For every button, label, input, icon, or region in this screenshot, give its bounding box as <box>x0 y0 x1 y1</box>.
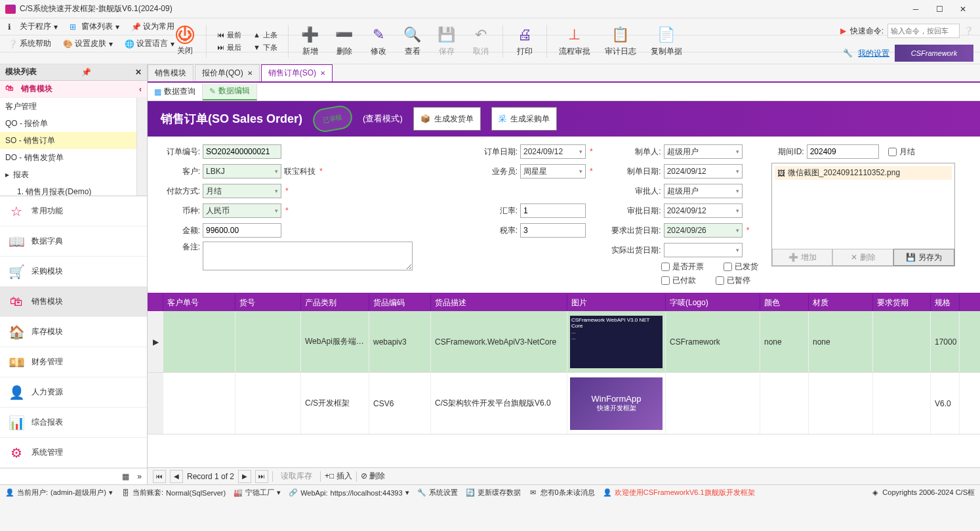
amount-input[interactable] <box>203 223 281 238</box>
first-record-button[interactable]: ⏮ 最前 <box>217 30 241 40</box>
actual-ship-input[interactable]: ▾ <box>664 243 743 257</box>
active-module-header[interactable]: 🛍 销售模块 ‹ <box>0 81 147 98</box>
last-record-button[interactable]: ⏭ 最后 <box>217 43 241 53</box>
approve-button[interactable]: ⊥流程审批 <box>554 22 596 60</box>
stamp-icon: ⊥ <box>565 25 584 45</box>
pin-icon[interactable]: 📌 <box>81 68 91 77</box>
monthly-checkbox[interactable]: 月结 <box>888 146 915 158</box>
my-settings-link[interactable]: 我的设置 <box>858 48 889 59</box>
attach-saveas-button[interactable]: 💾 另存为 <box>893 249 954 266</box>
module-button[interactable]: 👤人力资源 <box>0 377 147 408</box>
module-button[interactable]: ☆常用功能 <box>0 196 147 226</box>
tree-item[interactable]: DO - 销售发货单 <box>0 149 147 166</box>
messages-button[interactable]: ✉您有0条未读消息 <box>529 488 595 498</box>
module-button[interactable]: 💴财务管理 <box>0 347 147 377</box>
req-ship-input[interactable]: 2024/09/26▾ <box>664 223 743 238</box>
form-title: 销售订单(SO Sales Order) <box>161 111 302 127</box>
order-no-input[interactable] <box>203 144 281 159</box>
tree-scrollbar[interactable] <box>136 98 147 196</box>
close-button[interactable]: ⏻关闭 <box>171 23 199 59</box>
view-button[interactable]: 🔍查看 <box>398 22 428 60</box>
module-button[interactable]: 📖数据字典 <box>0 226 147 257</box>
sys-settings-button[interactable]: 🔧系统设置 <box>417 488 458 498</box>
attach-add-button[interactable]: ➕ 增加 <box>772 249 833 266</box>
next-record-button[interactable]: ▼ 下条 <box>253 43 277 53</box>
document-tab[interactable]: 销售订单(SO)✕ <box>261 64 333 81</box>
currency-select[interactable]: 人民币▾ <box>203 203 281 218</box>
copy-button[interactable]: 📄复制单据 <box>645 22 687 60</box>
subtab-edit[interactable]: ✎数据编辑 <box>203 83 257 100</box>
youtube-icon[interactable]: ▶ <box>840 26 846 35</box>
create-date-input[interactable]: 2024/09/12▾ <box>664 164 743 179</box>
form-header: 销售订单(SO Sales Order) 已审核 (查看模式) 📦生成发货单 采… <box>148 101 980 137</box>
delete-row-button[interactable]: ⊘ 删除 <box>361 471 385 482</box>
grid-row[interactable]: C/S开发框架CSV6C/S架构软件开发平台旗舰版V6.0WinFormApp快… <box>148 373 980 435</box>
nav-prev-button[interactable]: ◀ <box>170 470 183 483</box>
module-button[interactable]: ⚙系统管理 <box>0 438 147 468</box>
shipped-checkbox[interactable]: 已发货 <box>724 261 758 272</box>
paid-checkbox[interactable]: 已付款 <box>661 275 696 286</box>
insert-row-button[interactable]: +□ 插入 <box>325 471 352 482</box>
grid-row[interactable]: ▶WebApi服务端…webapiv3CSFramework.WebApiV3-… <box>148 311 980 373</box>
attachment-item[interactable]: 🖼微信截图_20240912110352.png <box>775 166 952 180</box>
document-tab[interactable]: 销售模块 <box>148 64 194 81</box>
sales-select[interactable]: 周星星▾ <box>520 164 586 179</box>
cancel-button[interactable]: ↶取消 <box>466 22 496 60</box>
star-icon: ☆ <box>8 203 25 220</box>
person-icon: 👤 <box>8 384 25 401</box>
document-tab[interactable]: 报价单(QO)✕ <box>195 64 260 81</box>
tax-input[interactable] <box>520 223 586 238</box>
module-button[interactable]: 🛍销售模块 <box>0 287 147 317</box>
print-button[interactable]: 🖨打印 <box>510 22 540 60</box>
customer-select[interactable]: LBKJ▾ <box>203 164 281 179</box>
gen-purchase-button[interactable]: 采生成采购单 <box>491 107 557 131</box>
tree-item[interactable]: SO - 销售订单 <box>0 132 147 149</box>
tab-close-icon[interactable]: ✕ <box>320 70 325 77</box>
invoice-checkbox[interactable]: 是否开票 <box>661 261 704 272</box>
arrow-icon[interactable]: » <box>137 472 142 481</box>
prev-record-button[interactable]: ▲ 上条 <box>253 30 277 40</box>
subtab-query[interactable]: ▦数据查询 <box>148 83 203 100</box>
toolbar-separator <box>288 25 289 58</box>
nav-first-button[interactable]: ⏮ <box>153 470 166 483</box>
read-stock-button[interactable]: 读取库存 <box>277 469 316 483</box>
module-button[interactable]: 🏠库存模块 <box>0 317 147 347</box>
save-button[interactable]: 💾保存 <box>432 22 462 60</box>
factory-selector[interactable]: 🏭宁德工厂▾ <box>234 488 281 498</box>
close-window-button[interactable]: ✕ <box>951 1 975 17</box>
grid-icon[interactable]: ▦ <box>122 472 129 481</box>
delete-button[interactable]: ➖删除 <box>329 22 359 60</box>
quickcmd-input[interactable] <box>888 24 960 38</box>
paymethod-select[interactable]: 月结▾ <box>203 184 281 198</box>
approver-select[interactable]: 超级用户▾ <box>664 184 743 198</box>
approve-date-input[interactable]: 2024/09/12▾ <box>664 203 743 218</box>
tree-item[interactable]: 1. 销售月报表(Demo) <box>0 183 147 196</box>
audit-button[interactable]: 📋审计日志 <box>600 22 642 60</box>
tab-close-icon[interactable]: ✕ <box>247 70 253 77</box>
rate-input[interactable] <box>520 203 586 218</box>
period-input[interactable] <box>807 144 879 159</box>
help-icon[interactable]: ❔ <box>964 26 973 35</box>
module-button[interactable]: 🛒采购模块 <box>0 257 147 287</box>
maximize-button[interactable]: ☐ <box>928 1 951 17</box>
modify-button[interactable]: ✎修改 <box>363 22 394 60</box>
order-date-input[interactable]: 2024/09/12▾ <box>520 144 586 159</box>
approved-stamp: 已审核 <box>311 104 354 134</box>
refresh-cache-button[interactable]: 🔄更新缓存数据 <box>466 488 521 498</box>
attach-delete-button[interactable]: ✕ 删除 <box>832 249 893 266</box>
close-icon[interactable]: ✕ <box>135 68 142 77</box>
nav-last-button[interactable]: ⏭ <box>255 470 268 483</box>
tree-item[interactable]: 客户管理 <box>0 98 147 115</box>
titlebar: C/S系统快速开发框架-旗舰版V6.1(2024-09) ─ ☐ ✕ <box>0 0 980 18</box>
tree-item[interactable]: ▸ 报表 <box>0 166 147 183</box>
creator-select[interactable]: 超级用户▾ <box>664 144 743 159</box>
chevron-left-icon[interactable]: ‹ <box>139 85 142 94</box>
module-button[interactable]: 📊综合报表 <box>0 408 147 438</box>
minimize-button[interactable]: ─ <box>904 1 928 17</box>
tree-item[interactable]: QO - 报价单 <box>0 115 147 132</box>
add-button[interactable]: ➕新增 <box>295 22 325 60</box>
cart-icon: 🛒 <box>8 263 25 280</box>
paused-checkbox[interactable]: 已暂停 <box>716 275 750 286</box>
gen-delivery-button[interactable]: 📦生成发货单 <box>413 107 481 131</box>
nav-next-button[interactable]: ▶ <box>238 470 251 483</box>
